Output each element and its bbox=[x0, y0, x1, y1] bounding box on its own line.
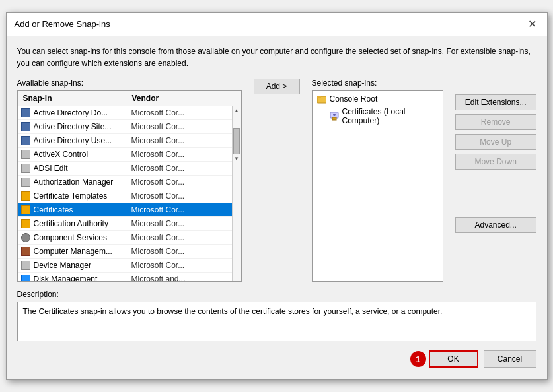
selected-panel: Selected snap-ins: Console Root bbox=[312, 79, 443, 282]
add-remove-snapins-dialog: Add or Remove Snap-ins ✕ You can select … bbox=[6, 12, 548, 380]
computermgmt-icon bbox=[20, 246, 31, 257]
ad-icon bbox=[20, 121, 31, 132]
component-icon bbox=[20, 232, 31, 243]
edit-extensions-button[interactable]: Edit Extensions... bbox=[455, 94, 536, 110]
move-up-button[interactable]: Move Up bbox=[455, 134, 536, 150]
center-column: Add > bbox=[248, 79, 305, 94]
scroll-up-arrow[interactable]: ▲ bbox=[234, 108, 239, 114]
svg-rect-1 bbox=[317, 96, 321, 98]
list-item[interactable]: ADSI Edit Microsoft Cor... bbox=[18, 162, 232, 176]
ad-icon bbox=[20, 135, 31, 146]
list-item[interactable]: Disk Management Microsoft and... bbox=[18, 273, 232, 282]
description-section: Description: The Certificates snap-in al… bbox=[17, 290, 536, 341]
svg-rect-4 bbox=[332, 117, 336, 120]
bottom-buttons: 1 OK Cancel bbox=[17, 350, 536, 370]
list-item[interactable]: Certificate Templates Microsoft Cor... bbox=[18, 189, 232, 203]
available-snapin-list: Snap-in Vendor Active Directory Do... Mi… bbox=[17, 90, 242, 282]
ad-icon bbox=[20, 108, 31, 118]
list-item[interactable]: Component Services Microsoft Cor... bbox=[18, 231, 232, 245]
list-scrollbar[interactable]: ▲ ▼ bbox=[232, 106, 241, 282]
activex-icon bbox=[20, 149, 31, 160]
list-item[interactable]: ActiveX Control Microsoft Cor... bbox=[18, 148, 232, 162]
svg-point-3 bbox=[333, 114, 336, 116]
list-header: Snap-in Vendor bbox=[18, 91, 241, 106]
list-item-certificates[interactable]: Certificates Microsoft Cor... bbox=[18, 203, 232, 217]
right-inner: Selected snap-ins: Console Root bbox=[312, 79, 536, 282]
certauth-icon bbox=[20, 218, 31, 229]
scrollbar-thumb[interactable] bbox=[233, 128, 240, 154]
dialog-body: You can select snap-ins for this console… bbox=[7, 36, 547, 379]
devicemgr-icon bbox=[20, 260, 31, 271]
close-button[interactable]: ✕ bbox=[525, 18, 539, 30]
list-item[interactable]: Authorization Manager Microsoft Cor... bbox=[18, 176, 232, 189]
description-box: The Certificates snap-in allows you to b… bbox=[17, 302, 536, 341]
selected-item-consoleroot[interactable]: Console Root bbox=[314, 92, 441, 106]
list-item[interactable]: Computer Managem... Microsoft Cor... bbox=[18, 245, 232, 259]
selected-label: Selected snap-ins: bbox=[312, 79, 443, 88]
main-panels: Available snap-ins: Snap-in Vendor Activ… bbox=[17, 79, 536, 282]
available-label: Available snap-ins: bbox=[17, 79, 242, 88]
badge-number: 1 bbox=[410, 351, 426, 367]
side-buttons: Edit Extensions... Remove Move Up Move D… bbox=[455, 79, 536, 233]
list-item[interactable]: Active Directory Do... Microsoft Cor... bbox=[18, 106, 232, 120]
description-label: Description: bbox=[17, 290, 536, 299]
cancel-button[interactable]: Cancel bbox=[484, 350, 536, 368]
diskmgmt-icon bbox=[20, 274, 31, 282]
selected-snapin-list: Console Root Certif bbox=[312, 90, 443, 282]
title-bar: Add or Remove Snap-ins ✕ bbox=[7, 13, 547, 36]
certtmpl-icon bbox=[20, 191, 31, 201]
list-item[interactable]: Device Manager Microsoft Cor... bbox=[18, 259, 232, 273]
col-snapin: Snap-in bbox=[20, 92, 129, 104]
cert-icon bbox=[20, 205, 31, 215]
list-item[interactable]: Certification Authority Microsoft Cor... bbox=[18, 217, 232, 231]
list-item[interactable]: Active Directory Site... Microsoft Cor..… bbox=[18, 120, 232, 134]
cert2-icon bbox=[330, 111, 340, 121]
add-button[interactable]: Add > bbox=[254, 79, 300, 94]
remove-button[interactable]: Remove bbox=[455, 114, 536, 130]
right-section: Selected snap-ins: Console Root bbox=[312, 79, 536, 282]
ok-button[interactable]: OK bbox=[429, 350, 478, 368]
list-item[interactable]: Active Directory Use... Microsoft Cor... bbox=[18, 134, 232, 148]
console-root-label: Console Root bbox=[330, 94, 378, 104]
selected-item-certificates[interactable]: Certificates (Local Computer) bbox=[327, 106, 441, 127]
scroll-down-arrow[interactable]: ▼ bbox=[234, 156, 239, 162]
dialog-title: Add or Remove Snap-ins bbox=[15, 19, 110, 29]
advanced-button[interactable]: Advanced... bbox=[455, 217, 536, 233]
adsi-icon bbox=[20, 163, 31, 174]
col-vendor: Vendor bbox=[129, 92, 239, 104]
move-down-button[interactable]: Move Down bbox=[455, 154, 536, 170]
list-scroll-area: Active Directory Do... Microsoft Cor... … bbox=[18, 106, 241, 282]
top-description: You can select snap-ins for this console… bbox=[17, 46, 536, 69]
list-inner: Active Directory Do... Microsoft Cor... … bbox=[18, 106, 232, 282]
certificates-label: Certificates (Local Computer) bbox=[342, 107, 439, 125]
folder-icon bbox=[316, 94, 327, 104]
ok-badge-container: 1 OK bbox=[410, 350, 478, 368]
available-panel: Available snap-ins: Snap-in Vendor Activ… bbox=[17, 79, 242, 282]
authman-icon bbox=[20, 177, 31, 187]
